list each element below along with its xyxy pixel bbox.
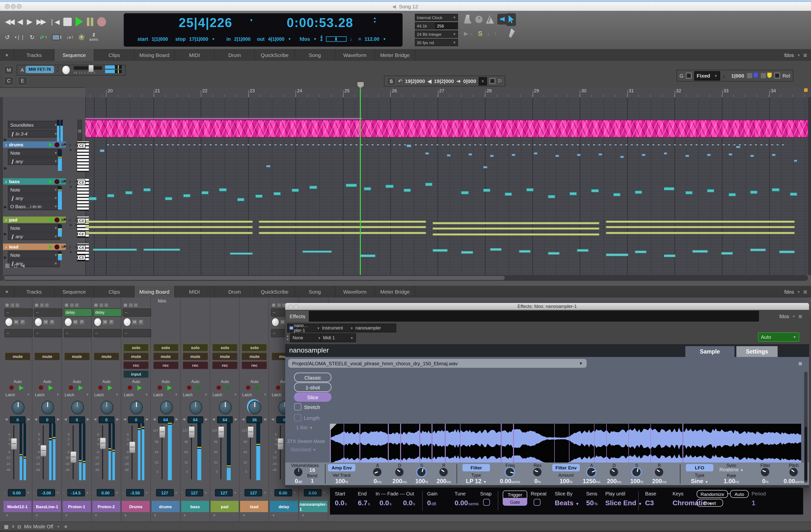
midi-note[interactable] [663, 187, 674, 191]
tempo-slider[interactable] [326, 36, 347, 42]
channel-config-arrow[interactable]: ▼ [302, 514, 305, 517]
channel-record-dot[interactable] [128, 385, 132, 390]
counter-dropdown-icon[interactable]: ▼ [249, 18, 253, 22]
note-size-icon[interactable]: ♪ [69, 179, 71, 184]
latch-mode-select[interactable]: Latch▼ [153, 393, 178, 397]
track-header-lead[interactable]: ♪lead≡ [3, 244, 66, 250]
in-value[interactable]: 2|1|000 [234, 36, 250, 42]
fade-in-value[interactable]: 0.0s [380, 499, 392, 507]
channel-config-arrow[interactable]: ▼ [213, 514, 216, 517]
midi-note[interactable] [432, 233, 599, 236]
pan-value[interactable]: 0 [69, 416, 85, 423]
midi-note[interactable] [790, 193, 797, 196]
midi-note[interactable] [143, 248, 180, 251]
return-to-start-button[interactable]: ❘◀ [49, 18, 60, 25]
dyn-button[interactable] [75, 303, 78, 307]
patch-spinner[interactable]: ▲▼ [56, 65, 59, 73]
selection-undo-icon[interactable]: ↶ [398, 78, 402, 84]
channel-play-arrow[interactable] [197, 385, 201, 390]
chunk-name[interactable]: fdos [784, 289, 794, 294]
midi-note[interactable] [519, 250, 531, 253]
pan-inc-arrow[interactable]: ▶ [116, 417, 119, 421]
midi-note[interactable] [86, 221, 253, 223]
smpte-counter[interactable]: 0:00:53.28 [287, 15, 353, 30]
mono-button[interactable]: M [279, 319, 286, 325]
rel-checkbox[interactable] [774, 73, 780, 79]
lane-pad[interactable] [86, 216, 808, 238]
midi-note[interactable] [591, 189, 599, 193]
selection-dropdown[interactable]: ▼ [479, 77, 487, 85]
pan-dec-arrow[interactable]: ◀ [212, 417, 215, 421]
stretch-checkbox[interactable] [294, 403, 302, 410]
start-value[interactable]: 1|1|000 [151, 36, 168, 42]
tab-tracks[interactable]: Tracks [14, 286, 54, 298]
channel-play-arrow[interactable] [137, 385, 142, 390]
midi-note[interactable] [526, 188, 534, 192]
pre-button[interactable]: P [49, 319, 55, 325]
param-value-tune[interactable]: 0.00semis [455, 499, 479, 507]
midi-note[interactable] [259, 232, 426, 234]
midi-note[interactable] [183, 194, 190, 197]
midi-note[interactable] [432, 249, 448, 252]
midi-note[interactable] [230, 253, 253, 255]
sequence-dropdown-icon[interactable]: ▼ [313, 37, 317, 41]
channel-mute-button[interactable]: mute [183, 352, 208, 360]
synth-value[interactable]: LP 12 ▼ [462, 478, 490, 485]
midi-note[interactable] [461, 251, 473, 254]
mono-button[interactable]: M [102, 319, 108, 325]
midi-note[interactable] [490, 248, 502, 251]
lane-expand-icon[interactable]: ▶ [64, 217, 67, 222]
memory-cycle-icon[interactable]: ↻ [30, 34, 35, 41]
track-field-soundbites-name[interactable]: Soundbites▼ [8, 121, 60, 128]
midi-note[interactable] [403, 188, 411, 192]
eq-button[interactable] [100, 303, 103, 307]
midi-note[interactable] [165, 197, 172, 200]
channel-config-arrow[interactable]: ▼ [153, 514, 157, 517]
vertical-scrollbar[interactable] [808, 97, 811, 275]
note-size-icon[interactable]: ♪ [69, 217, 71, 223]
trigger-button[interactable]: Trigger [503, 490, 527, 498]
chunk-dropdown-icon[interactable]: ▼ [797, 290, 800, 293]
pan-knob[interactable] [130, 401, 143, 414]
record-button[interactable] [97, 17, 106, 26]
midi-note[interactable] [125, 191, 133, 195]
midi-note[interactable] [750, 191, 758, 194]
volume-fader[interactable] [248, 426, 254, 438]
insert-slot[interactable]: -- [123, 329, 151, 337]
param-value-base[interactable]: C3 [645, 499, 654, 507]
midi-note[interactable] [577, 249, 588, 252]
track-field-pad-filter[interactable]: Note▼ [8, 224, 60, 232]
tab-drum[interactable]: Drum [215, 286, 255, 298]
eq-button[interactable] [277, 303, 280, 307]
mixer-snapshot-icon[interactable]: ◘ [18, 524, 21, 529]
midi-note[interactable] [273, 192, 280, 195]
pitch-up-icon[interactable]: ▲ [69, 184, 73, 188]
grid-value[interactable]: 1|000 [731, 73, 744, 79]
track-header-bass[interactable]: ♪bass≡ [3, 178, 66, 185]
midi-note[interactable] [291, 188, 299, 192]
lane-drums[interactable] [86, 141, 808, 172]
send-pan-knob[interactable] [94, 318, 102, 326]
midi-note[interactable] [555, 155, 559, 157]
latch-mode-select[interactable]: Latch▼ [213, 393, 237, 397]
value-dec[interactable]: - [34, 490, 35, 495]
synth-section-button-lfo[interactable]: LFO [686, 464, 713, 471]
selection-left-arrow[interactable]: ◀ [427, 78, 431, 84]
midi-note[interactable] [533, 152, 537, 155]
midi-note[interactable] [266, 165, 271, 167]
track-record-icon[interactable] [54, 179, 59, 184]
eq-knob-icon[interactable] [124, 303, 127, 307]
synth-knob-value[interactable]: 200ms [645, 478, 673, 485]
send-pan-knob[interactable] [35, 318, 43, 326]
midi-note[interactable] [692, 250, 708, 253]
synth-section-button-filter[interactable]: Filter [462, 464, 490, 471]
time-signature[interactable]: 44 [320, 36, 323, 42]
synth-knob-s[interactable] [417, 468, 426, 476]
value-inc[interactable]: + [234, 490, 236, 495]
undo-icon[interactable]: ↺ [5, 34, 10, 41]
effects-menu-icon[interactable]: ≡ [798, 313, 802, 320]
midi-note[interactable] [613, 193, 620, 196]
eq-button[interactable] [70, 303, 73, 307]
midi-note[interactable] [642, 154, 646, 156]
channel-name[interactable]: Proton-2 [92, 501, 120, 512]
